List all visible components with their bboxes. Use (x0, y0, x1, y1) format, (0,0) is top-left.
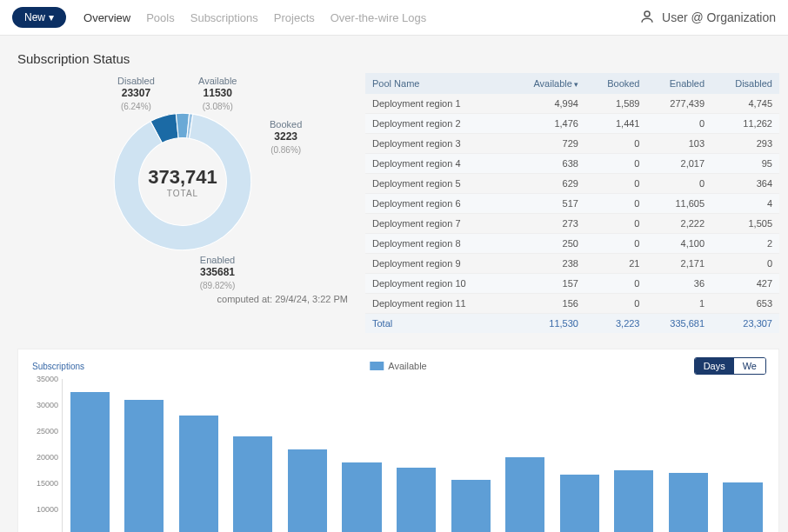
cell-value: 0 (711, 254, 779, 274)
cell-value: 4,745 (711, 94, 779, 114)
bar[interactable] (288, 449, 327, 532)
donut-label-booked: Booked 3223 (0.86%) (270, 118, 302, 156)
table-row[interactable]: Deployment region 463802,01795 (365, 154, 779, 174)
table-header-row: Pool NameAvailable▾BookedEnabledDisabled (365, 73, 779, 94)
cell-value: 4,100 (646, 234, 711, 254)
nav-item-over-the-wire-logs[interactable]: Over-the-wire Logs (331, 11, 427, 24)
ytick: 30000 (37, 401, 58, 409)
bar[interactable] (233, 436, 272, 532)
bar[interactable] (179, 416, 218, 532)
bar-y-title: Subscriptions (32, 362, 84, 371)
bar[interactable] (451, 480, 491, 532)
cell-value: 103 (646, 134, 711, 154)
pool-table: Pool NameAvailable▾BookedEnabledDisabled… (365, 73, 779, 333)
table-row[interactable]: Deployment region 1115601653 (365, 294, 779, 314)
table-total-row: Total11,5303,223335,68123,307 (365, 314, 779, 334)
sort-desc-icon: ▾ (574, 80, 578, 89)
table-row[interactable]: Deployment region 10157036427 (365, 274, 779, 294)
bar[interactable] (614, 470, 653, 533)
cell-pool-name: Deployment region 5 (365, 174, 508, 194)
cell-value: 273 (508, 214, 585, 234)
cell-value: 11,605 (646, 194, 711, 214)
cell-value: 0 (585, 294, 647, 314)
cell-value: 629 (508, 174, 585, 194)
cell-value: 729 (508, 134, 585, 154)
time-toggle: DaysWe (694, 357, 766, 375)
cell-value: 2,222 (646, 214, 711, 234)
cell-value: 156 (508, 294, 585, 314)
cell-value: 0 (585, 154, 647, 174)
cell-value: 4 (711, 194, 779, 214)
cell-value: 1,589 (585, 94, 647, 114)
user-area[interactable]: User @ Organization (639, 9, 776, 27)
table-row[interactable]: Deployment region 37290103293 (365, 134, 779, 154)
cell-value: 0 (646, 174, 711, 194)
col-header-pool-name[interactable]: Pool Name (365, 73, 508, 94)
pool-table-panel: Pool NameAvailable▾BookedEnabledDisabled… (365, 73, 779, 333)
table-row[interactable]: Deployment region 825004,1002 (365, 234, 779, 254)
ytick: 20000 (37, 453, 58, 462)
bar-panel: Subscriptions Available DaysWe 050001000… (17, 349, 779, 532)
computed-at: computed at: 29/4/24, 3:22 PM (17, 294, 348, 304)
toggle-we[interactable]: We (734, 358, 765, 374)
chevron-down-icon: ▾ (49, 11, 54, 23)
table-row[interactable]: Deployment region 562900364 (365, 174, 779, 194)
table-row[interactable]: Deployment region 9238212,1710 (365, 254, 779, 274)
bar[interactable] (397, 468, 436, 532)
bar[interactable] (723, 482, 762, 532)
bar[interactable] (342, 462, 381, 532)
cell-value: 0 (585, 134, 647, 154)
table-row[interactable]: Deployment region 21,4761,441011,262 (365, 114, 779, 134)
total-cell: 23,307 (711, 314, 779, 334)
bar-legend: Available (370, 361, 426, 371)
nav-item-subscriptions[interactable]: Subscriptions (190, 11, 258, 24)
cell-value: 2,171 (646, 254, 711, 274)
table-row[interactable]: Deployment region 14,9941,589277,4394,74… (365, 94, 779, 114)
col-header-enabled[interactable]: Enabled (646, 73, 711, 94)
nav-item-pools[interactable]: Pools (146, 11, 175, 24)
bar[interactable] (669, 473, 708, 533)
new-button-label: New (24, 11, 45, 23)
cell-pool-name: Deployment region 11 (365, 294, 508, 314)
ytick: 10000 (37, 505, 58, 514)
ytick: 35000 (37, 375, 58, 383)
bar-yaxis: 05000100001500020000250003000035000 (27, 379, 62, 532)
total-cell: Total (365, 314, 508, 334)
toggle-days[interactable]: Days (695, 358, 734, 374)
cell-value: 1,441 (585, 114, 647, 134)
table-row[interactable]: Deployment region 727302,2221,505 (365, 214, 779, 234)
bar[interactable] (560, 475, 599, 532)
col-header-disabled[interactable]: Disabled (711, 73, 779, 94)
cell-value: 21 (585, 254, 647, 274)
cell-value: 364 (711, 174, 779, 194)
cell-value: 2 (711, 234, 779, 254)
cell-pool-name: Deployment region 9 (365, 254, 508, 274)
bar[interactable] (505, 457, 544, 532)
cell-value: 36 (646, 274, 711, 294)
donut-total-label: TOTAL (148, 189, 217, 198)
nav-item-overview[interactable]: Overview (83, 11, 130, 24)
nav-item-projects[interactable]: Projects (274, 11, 315, 24)
ytick: 15000 (37, 479, 58, 488)
total-cell: 3,223 (585, 314, 647, 334)
new-button[interactable]: New ▾ (12, 7, 66, 28)
cell-pool-name: Deployment region 6 (365, 194, 508, 214)
donut-total-value: 373,741 (148, 166, 217, 189)
cell-value: 250 (508, 234, 585, 254)
section-title: Subscription Status (17, 51, 779, 66)
cell-value: 1,476 (508, 114, 585, 134)
nav-items: OverviewPoolsSubscriptionsProjectsOver-t… (83, 11, 426, 24)
col-header-booked[interactable]: Booked (585, 73, 647, 94)
legend-label: Available (388, 361, 426, 371)
cell-value: 0 (585, 194, 647, 214)
svg-point-0 (644, 11, 650, 17)
cell-pool-name: Deployment region 3 (365, 134, 508, 154)
cell-value: 0 (585, 214, 647, 234)
cell-value: 638 (508, 154, 585, 174)
cell-pool-name: Deployment region 4 (365, 154, 508, 174)
bar[interactable] (70, 392, 110, 532)
col-header-available[interactable]: Available▾ (508, 73, 585, 94)
cell-value: 1,505 (711, 214, 779, 234)
table-row[interactable]: Deployment region 6517011,6054 (365, 194, 779, 214)
bar[interactable] (124, 400, 164, 532)
